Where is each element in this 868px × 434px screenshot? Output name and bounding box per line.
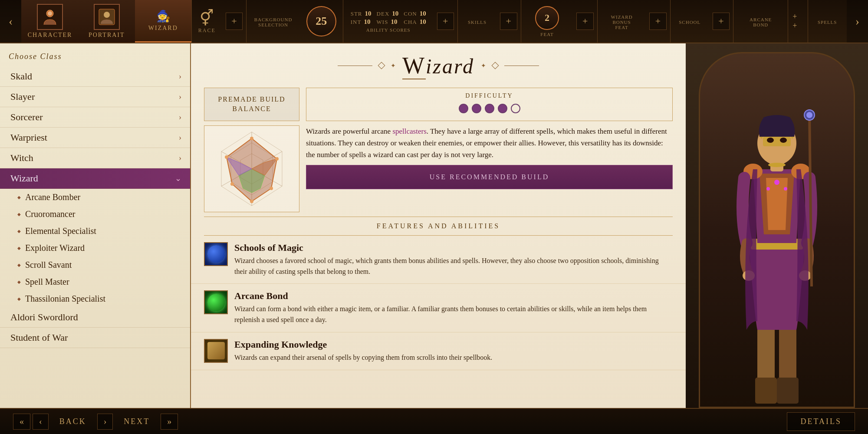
wizard-bonus-feat-section: WIZARDBONUS FEAT — [597, 0, 646, 43]
background-plus-btn[interactable]: + — [226, 13, 243, 30]
svg-point-17 — [250, 200, 253, 203]
tab-wizard[interactable]: 🧙 Wizard — [135, 0, 191, 43]
sidebar-item-wizard[interactable]: Wizard ⌄ — [0, 168, 190, 189]
sidebar-item-thassilonian[interactable]: Thassilonian Specialist — [0, 290, 190, 307]
sidebar-item-sorcerer[interactable]: Sorcerer › — [0, 107, 190, 128]
bonus-link-1[interactable]: bonus — [408, 257, 425, 264]
stat-grid: STR 10 DEX 10 CON 10 INT 10 WIS 10 C — [351, 10, 426, 26]
expanding-knowledge-content: Expanding Knowledge Wizards can expand t… — [234, 339, 492, 363]
svg-point-40 — [784, 187, 787, 191]
class-description-text: Wizards are powerful arcane spellcasters… — [306, 125, 673, 161]
school-plus-btn[interactable]: + — [649, 13, 667, 30]
schools-of-magic-content: Schools of Magic Wizard chooses a favore… — [234, 242, 673, 277]
class-sidebar: Choose Class Skald › Slayer › Sorcerer ›… — [0, 43, 191, 408]
sidebar-item-skald[interactable]: Skald › — [0, 66, 190, 87]
next-label: NEXT — [115, 417, 158, 426]
forward-btn[interactable]: › — [97, 414, 113, 430]
spells-label: SPELLS — [818, 20, 837, 25]
spells-plus-btn[interactable]: + + — [788, 0, 807, 43]
sidebar-item-elemental-specialist[interactable]: Elemental Specialist — [0, 223, 190, 240]
nav-back-arrow[interactable]: ‹ — [0, 0, 21, 43]
expanding-knowledge-desc: Wizards can expand their arsenal of spel… — [234, 352, 492, 363]
wizard-bonus-feat-plus-btn[interactable]: + — [576, 13, 594, 30]
radar-chart-container — [204, 125, 299, 212]
thassilonian-label: Thassilonian Specialist — [25, 294, 105, 304]
sidebar-item-warpriest[interactable]: Warpriest › — [0, 128, 190, 148]
svg-point-19 — [225, 155, 228, 159]
skills-link[interactable]: skills — [559, 305, 574, 312]
nav-forward-arrow[interactable]: › — [847, 0, 868, 43]
premade-build-box: PREMADE BUILD BALANCE — [204, 88, 299, 121]
witch-arrow: › — [179, 154, 181, 163]
character-figure — [712, 52, 842, 408]
svg-point-39 — [766, 187, 770, 191]
character-icon — [37, 4, 63, 30]
svg-point-36 — [780, 138, 787, 143]
top-navigation-bar: ‹ CHARACTER PORTRAIT 🧙 Wizard ⚥ RACE — [0, 0, 868, 43]
svg-point-14 — [250, 137, 253, 140]
expanding-knowledge-icon — [204, 339, 228, 363]
arcane-bond-icon — [204, 290, 228, 314]
spells-link-1[interactable]: spells — [462, 257, 478, 264]
difficulty-dot-1 — [459, 104, 468, 113]
bottom-navigation-bar: « ‹ BACK › NEXT » DETAILS — [0, 408, 868, 434]
class-title-section: ✦ Wizard ✦ — [191, 43, 686, 83]
ability-scores-section: STR 10 DEX 10 CON 10 INT 10 WIS 10 C — [343, 0, 434, 43]
arcane-bond-plus-btn[interactable]: + — [713, 13, 730, 30]
race-section: ⚥ RACE — [191, 0, 222, 43]
svg-point-38 — [774, 180, 779, 185]
feature-item-arcane-bond: Arcane Bond Wizard can form a bond with … — [191, 284, 686, 332]
difficulty-label: DIFFICULTY — [465, 92, 513, 99]
spells-link-2[interactable]: spells — [335, 354, 351, 361]
sidebar-item-witch[interactable]: Witch › — [0, 148, 190, 168]
svg-point-3 — [104, 12, 110, 18]
feat-points-circle: 2 — [535, 6, 559, 30]
expanding-knowledge-title: Expanding Knowledge — [234, 339, 492, 350]
spell-link[interactable]: spell — [281, 316, 294, 323]
skip-back-btn[interactable]: « — [13, 414, 30, 430]
sidebar-item-scroll-savant[interactable]: Scroll Savant — [0, 256, 190, 273]
spellcasters-link[interactable]: spellcasters — [392, 127, 426, 135]
sidebar-item-aldori[interactable]: Aldori Swordlord — [0, 307, 190, 328]
difficulty-dots — [459, 104, 520, 113]
back-label: BACK — [51, 417, 95, 426]
build-difficulty-row: PREMADE BUILD BALANCE DIFFICULTY — [204, 88, 673, 121]
svg-point-1 — [48, 11, 52, 16]
svg-point-16 — [270, 187, 273, 190]
school-of-magic-link[interactable]: school of magic — [308, 257, 352, 264]
sidebar-item-arcane-bomber[interactable]: Arcane Bomber — [0, 189, 190, 206]
difficulty-box: DIFFICULTY — [306, 88, 673, 121]
sidebar-item-exploiter-wizard[interactable]: Exploiter Wizard — [0, 240, 190, 256]
elemental-specialist-label: Elemental Specialist — [25, 226, 96, 236]
schools-of-magic-icon — [204, 242, 228, 266]
bonuses-link[interactable]: bonuses — [476, 305, 498, 312]
wizard-title-text: Wizard — [402, 52, 474, 79]
sidebar-item-student-of-war[interactable]: Student of War — [0, 328, 190, 348]
cruoromancer-label: Cruoromancer — [25, 209, 76, 219]
feat-plus-btn[interactable]: + — [500, 13, 517, 30]
sidebar-item-spell-master[interactable]: Spell Master — [0, 273, 190, 290]
character-svg — [716, 69, 838, 408]
sidebar-item-cruoromancer[interactable]: Cruoromancer — [0, 206, 190, 223]
scroll-savant-label: Scroll Savant — [25, 260, 72, 270]
skip-forward-btn[interactable]: » — [161, 414, 178, 430]
use-recommended-build-btn[interactable]: USE RECOMMENDED BUILD — [306, 165, 673, 189]
build-chart-row: Wizards are powerful arcane spellcasters… — [204, 125, 673, 212]
class-description-box: Wizards are powerful arcane spellcasters… — [306, 125, 673, 212]
sidebar-item-slayer[interactable]: Slayer › — [0, 87, 190, 107]
knowledge-icon-scroll — [207, 342, 225, 359]
svg-point-37 — [768, 163, 786, 167]
svg-rect-34 — [763, 137, 791, 146]
title-ornament-right: ✦ — [481, 62, 486, 69]
schools-icon-orb — [207, 245, 225, 263]
tab-portrait[interactable]: PORTRAIT — [79, 0, 135, 43]
skills-plus-btn[interactable]: + — [437, 13, 454, 30]
tab-character[interactable]: CHARACTER — [21, 0, 78, 43]
wizard-label: Wizard — [10, 173, 38, 184]
title-decoration: ✦ Wizard ✦ — [191, 52, 686, 79]
details-button[interactable]: DETAILS — [787, 412, 855, 431]
background-label: BACKGROUNDSELECTION — [254, 17, 293, 27]
arcane-bond-title: Arcane Bond — [234, 290, 673, 302]
witch-label: Witch — [10, 152, 33, 164]
back-btn[interactable]: ‹ — [33, 414, 49, 430]
